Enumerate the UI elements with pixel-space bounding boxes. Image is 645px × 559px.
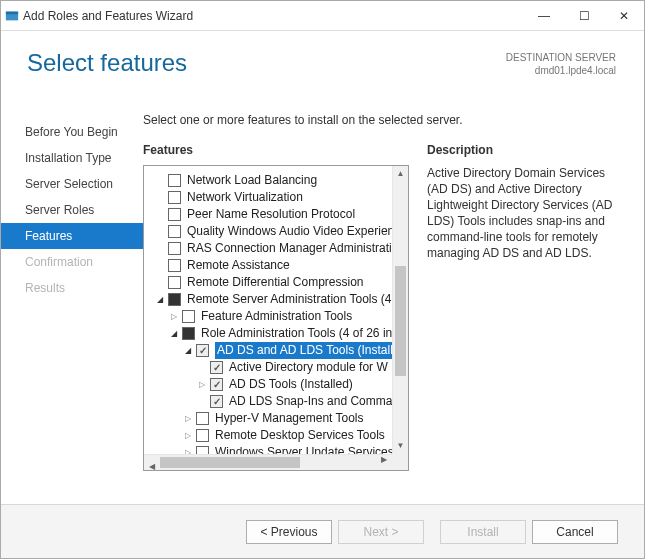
tree-item-label[interactable]: Remote Server Administration Tools (4 of (187, 291, 405, 308)
tree-row[interactable]: Network Load Balancing (154, 172, 408, 189)
checkbox[interactable] (168, 191, 181, 204)
checkbox[interactable] (182, 310, 195, 323)
tree-item-label[interactable]: Remote Assistance (187, 257, 290, 274)
scroll-down-icon[interactable]: ▼ (393, 438, 408, 454)
checkbox[interactable] (168, 293, 181, 306)
install-button: Install (440, 520, 526, 544)
checkbox[interactable] (168, 259, 181, 272)
tree-item-label[interactable]: Network Virtualization (187, 189, 303, 206)
checkbox[interactable] (168, 225, 181, 238)
scroll-right-icon[interactable]: ▶ (376, 455, 392, 464)
footer: < Previous Next > Install Cancel (1, 504, 644, 558)
description-text: Active Directory Domain Services (AD DS)… (427, 165, 616, 261)
description-heading: Description (427, 143, 616, 157)
checkbox[interactable] (168, 208, 181, 221)
nav-item-before-you-begin[interactable]: Before You Begin (1, 119, 143, 145)
header: Select features DESTINATION SERVER dmd01… (1, 31, 644, 91)
tree-row[interactable]: Remote Assistance (154, 257, 408, 274)
checkbox[interactable] (182, 327, 195, 340)
tree-item-label[interactable]: RAS Connection Manager Administration (187, 240, 405, 257)
expander-placeholder (154, 209, 166, 221)
expand-icon[interactable] (182, 413, 194, 425)
minimize-button[interactable]: — (524, 2, 564, 30)
tree-row[interactable]: Remote Server Administration Tools (4 of (154, 291, 408, 308)
close-button[interactable]: ✕ (604, 2, 644, 30)
checkbox[interactable] (196, 412, 209, 425)
wizard-nav: Before You BeginInstallation TypeServer … (1, 113, 143, 502)
page-title: Select features (27, 49, 187, 77)
tree-item-label[interactable]: Quality Windows Audio Video Experience (187, 223, 407, 240)
next-button: Next > (338, 520, 424, 544)
scrollbar-corner (392, 454, 408, 470)
tree-row[interactable]: RAS Connection Manager Administration (154, 240, 408, 257)
tree-row[interactable]: Role Administration Tools (4 of 26 ins (154, 325, 408, 342)
features-heading: Features (143, 143, 409, 157)
tree-item-label[interactable]: Peer Name Resolution Protocol (187, 206, 355, 223)
tree-row[interactable]: AD LDS Snap-Ins and Comma (154, 393, 408, 410)
expander-placeholder (154, 192, 166, 204)
scroll-up-icon[interactable]: ▲ (393, 166, 408, 182)
horizontal-scrollbar[interactable]: ◀ ▶ (144, 454, 392, 470)
tree-row[interactable]: Feature Administration Tools (154, 308, 408, 325)
tree-row[interactable]: AD DS Tools (Installed) (154, 376, 408, 393)
scroll-left-icon[interactable]: ◀ (144, 462, 160, 471)
collapse-icon[interactable] (182, 345, 194, 357)
tree-row[interactable]: AD DS and AD LDS Tools (Installe (154, 342, 408, 359)
tree-item-label[interactable]: Remote Differential Compression (187, 274, 364, 291)
expander-placeholder (196, 396, 208, 408)
tree-row[interactable]: Peer Name Resolution Protocol (154, 206, 408, 223)
nav-item-results: Results (1, 275, 143, 301)
tree-item-label[interactable]: Feature Administration Tools (201, 308, 352, 325)
tree-item-label[interactable]: AD LDS Snap-Ins and Comma (229, 393, 392, 410)
scroll-thumb[interactable] (395, 266, 406, 376)
destination-server: dmd01.lpde4.local (506, 64, 616, 77)
tree-row[interactable]: Network Virtualization (154, 189, 408, 206)
maximize-button[interactable]: ☐ (564, 2, 604, 30)
tree-item-label[interactable]: Remote Desktop Services Tools (215, 427, 385, 444)
tree-row[interactable]: Remote Differential Compression (154, 274, 408, 291)
expand-icon[interactable] (182, 430, 194, 442)
app-icon (1, 9, 23, 23)
expander-placeholder (154, 260, 166, 272)
nav-item-installation-type[interactable]: Installation Type (1, 145, 143, 171)
tree-item-label[interactable]: Hyper-V Management Tools (215, 410, 364, 427)
instruction-text: Select one or more features to install o… (143, 113, 616, 127)
expand-icon[interactable] (168, 311, 180, 323)
checkbox[interactable] (168, 276, 181, 289)
checkbox[interactable] (168, 242, 181, 255)
svg-rect-1 (6, 11, 18, 14)
checkbox[interactable] (168, 174, 181, 187)
collapse-icon[interactable] (168, 328, 180, 340)
expander-placeholder (154, 277, 166, 289)
window-title: Add Roles and Features Wizard (23, 9, 524, 23)
features-tree: Network Load BalancingNetwork Virtualiza… (143, 165, 409, 471)
nav-item-server-selection[interactable]: Server Selection (1, 171, 143, 197)
titlebar: Add Roles and Features Wizard — ☐ ✕ (1, 1, 644, 31)
checkbox[interactable] (210, 361, 223, 374)
tree-item-label[interactable]: AD DS and AD LDS Tools (Installe (215, 342, 402, 359)
tree-row[interactable]: Remote Desktop Services Tools (154, 427, 408, 444)
expander-placeholder (154, 243, 166, 255)
tree-item-label[interactable]: Active Directory module for W (229, 359, 388, 376)
nav-item-features[interactable]: Features (1, 223, 143, 249)
vertical-scrollbar[interactable]: ▲ ▼ (392, 166, 408, 454)
previous-button[interactable]: < Previous (246, 520, 332, 544)
tree-row[interactable]: Active Directory module for W (154, 359, 408, 376)
nav-item-server-roles[interactable]: Server Roles (1, 197, 143, 223)
checkbox[interactable] (196, 344, 209, 357)
tree-row[interactable]: Hyper-V Management Tools (154, 410, 408, 427)
checkbox[interactable] (196, 429, 209, 442)
tree-item-label[interactable]: Role Administration Tools (4 of 26 ins (201, 325, 398, 342)
expand-icon[interactable] (196, 379, 208, 391)
tree-item-label[interactable]: AD DS Tools (Installed) (229, 376, 353, 393)
cancel-button[interactable]: Cancel (532, 520, 618, 544)
checkbox[interactable] (210, 395, 223, 408)
nav-item-confirmation: Confirmation (1, 249, 143, 275)
scroll-thumb-h[interactable] (160, 457, 300, 468)
collapse-icon[interactable] (154, 294, 166, 306)
tree-row[interactable]: Quality Windows Audio Video Experience (154, 223, 408, 240)
expander-placeholder (154, 175, 166, 187)
tree-item-label[interactable]: Network Load Balancing (187, 172, 317, 189)
expander-placeholder (154, 226, 166, 238)
checkbox[interactable] (210, 378, 223, 391)
